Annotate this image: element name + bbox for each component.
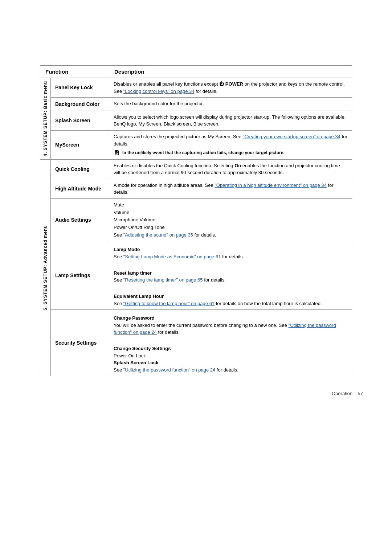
desc-high-altitude: A mode for operation in high altitude ar…: [109, 179, 352, 198]
list-item: Microphone Volume: [114, 216, 347, 224]
desc-quick-cooling: Enables or disables the Quick Cooling fu…: [109, 159, 352, 179]
table-row: Splash Screen Allows you to select which…: [40, 111, 352, 130]
table-row: Security Settings Change Password You wi…: [40, 310, 352, 376]
function-background-color: Background Color: [50, 98, 109, 111]
link-change-password[interactable]: "Utilizing the password function" on pag…: [114, 323, 336, 335]
page-number: 57: [358, 391, 363, 396]
table-row: 5. SYSTEM SETUP: Advanced menu Quick Coo…: [40, 159, 352, 179]
link-myscreen[interactable]: "Creating your own startup screen" on pa…: [243, 134, 340, 139]
link-security-settings[interactable]: "Utilizing the password function" on pag…: [123, 367, 216, 373]
note-text: In the unlikely event that the capturing…: [122, 149, 285, 156]
list-item: Volume: [114, 209, 347, 217]
section-label-advanced: 5. SYSTEM SETUP: Advanced menu: [40, 159, 51, 376]
equiv-lamp-desc: See "Getting to know the lamp hour" on p…: [114, 300, 347, 307]
table-row: 4. SYSTEM SETUP: Basic menu Panel Key Lo…: [40, 78, 352, 98]
note-icon: 🖹: [114, 150, 120, 156]
function-audio-settings: Audio Settings: [50, 198, 109, 241]
audio-sub-items: Mute Volume Microphone Volume Power On/O…: [114, 201, 347, 231]
function-header: Function: [40, 66, 109, 78]
desc-splash-screen: Allows you to select which logo screen w…: [109, 111, 352, 130]
main-table: Function Description 4. SYSTEM SETUP: Ba…: [40, 65, 352, 376]
desc-audio-settings: Mute Volume Microphone Volume Power On/O…: [109, 198, 352, 241]
list-item: Mute: [114, 201, 347, 209]
function-security-settings: Security Settings: [50, 310, 109, 376]
desc-myscreen: Captures and stores the projected pictur…: [109, 131, 352, 160]
footer: Operation 57: [29, 376, 363, 396]
function-quick-cooling: Quick Cooling: [50, 159, 109, 179]
function-splash-screen: Splash Screen: [50, 111, 109, 130]
main-table-wrapper: Function Description 4. SYSTEM SETUP: Ba…: [40, 65, 352, 376]
page-container: Function Description 4. SYSTEM SETUP: Ba…: [29, 22, 363, 396]
desc-background-color: Sets the background color for the projec…: [109, 98, 352, 111]
table-row: Background Color Sets the background col…: [40, 98, 352, 111]
link-audio-settings[interactable]: "Adjusting the sound" on page 35: [123, 232, 193, 238]
lamp-mode-title: Lamp Mode: [114, 246, 347, 253]
link-equiv-lamp[interactable]: "Getting to know the lamp hour" on page …: [123, 301, 215, 306]
function-panel-key-lock: Panel Key Lock: [50, 78, 109, 98]
table-row: MyScreen Captures and stores the project…: [40, 131, 352, 160]
table-row: Audio Settings Mute Volume Microphone Vo…: [40, 198, 352, 241]
myscreen-note: 🖹 In the unlikely event that the capturi…: [114, 149, 347, 156]
link-reset-lamp[interactable]: "Resetting the lamp timer" on page 65: [123, 277, 203, 283]
change-password-title: Change Password: [114, 315, 347, 322]
equiv-lamp-title: Equivalent Lamp Hour: [114, 293, 347, 300]
desc-panel-key-lock: Disables or enables all panel key functi…: [109, 78, 352, 98]
link-high-altitude[interactable]: "Operating in a high altitude environmen…: [215, 182, 326, 188]
table-row: High Altitude Mode A mode for operation …: [40, 179, 352, 198]
link-lamp-mode[interactable]: "Setting Lamp Mode as Economic" on page …: [123, 254, 221, 259]
reset-lamp-title: Reset lamp timer: [114, 270, 347, 277]
table-row: Lamp Settings Lamp Mode See "Setting Lam…: [40, 241, 352, 310]
footer-operation-label: Operation: [332, 391, 352, 396]
function-myscreen: MyScreen: [50, 131, 109, 160]
list-item: Power On/Off Ring Tone: [114, 224, 347, 231]
power-on-lock: Power On Lock: [114, 352, 347, 360]
section-label-basic: 4. SYSTEM SETUP: Basic menu: [40, 78, 51, 160]
link-panel-key-lock[interactable]: "Locking control keys" on page 34: [123, 89, 195, 94]
lamp-mode-desc: See "Setting Lamp Mode as Economic" on p…: [114, 253, 347, 260]
function-high-altitude: High Altitude Mode: [50, 179, 109, 198]
desc-lamp-settings: Lamp Mode See "Setting Lamp Mode as Econ…: [109, 241, 352, 310]
change-security-title: Change Security Settings: [114, 345, 347, 352]
security-settings-desc: See "Utilizing the password function" on…: [114, 366, 347, 374]
splash-screen-lock: Splash Screen Lock: [114, 359, 347, 366]
function-lamp-settings: Lamp Settings: [50, 241, 109, 310]
desc-security-settings: Change Password You will be asked to ent…: [109, 310, 352, 376]
reset-lamp-desc: See "Resetting the lamp timer" on page 6…: [114, 276, 347, 284]
description-header: Description: [109, 66, 352, 78]
change-password-desc: You will be asked to enter the current p…: [114, 322, 347, 336]
